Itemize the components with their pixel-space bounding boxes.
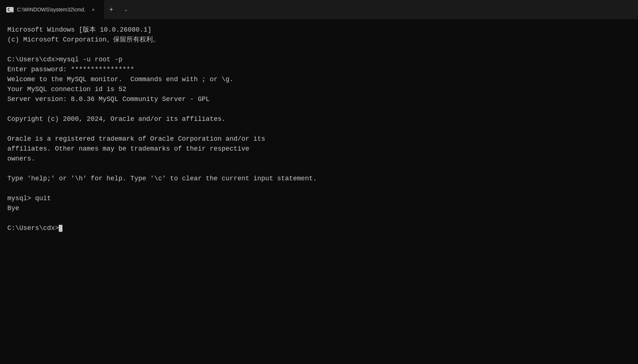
terminal-line: Bye: [7, 203, 631, 213]
new-tab-button[interactable]: +: [104, 2, 119, 17]
terminal-line: Oracle is a registered trademark of Orac…: [7, 134, 631, 144]
close-tab-button[interactable]: ×: [89, 6, 97, 14]
terminal-line: [7, 45, 631, 55]
terminal-line: mysql> quit: [7, 194, 631, 203]
terminal-line: Welcome to the MySQL monitor. Commands e…: [7, 75, 631, 84]
tab-title: C:\WINDOWS\system32\cmd.: [17, 7, 86, 12]
terminal-line: Your MySQL connection id is 52: [7, 84, 631, 94]
terminal-line: Type 'help;' or '\h' for help. Type '\c'…: [7, 174, 631, 184]
terminal-line: [7, 124, 631, 134]
terminal-line: [7, 213, 631, 223]
terminal-line: Server version: 8.0.36 MySQL Community S…: [7, 94, 631, 104]
terminal-line: owners.: [7, 154, 631, 164]
terminal-line: [7, 184, 631, 194]
titlebar: C_ C:\WINDOWS\system32\cmd. × + ⌄: [0, 0, 638, 19]
terminal-cursor: [59, 225, 62, 232]
terminal-line: affiliates. Other names may be trademark…: [7, 144, 631, 154]
active-tab[interactable]: C_ C:\WINDOWS\system32\cmd. ×: [0, 0, 104, 19]
terminal-line: C:\Users\cdx>mysql -u root -p: [7, 55, 631, 65]
terminal-line: (c) Microsoft Corporation。保留所有权利。: [7, 35, 631, 45]
terminal-line: [7, 104, 631, 114]
cmd-icon: C_: [7, 6, 13, 13]
terminal-line: Microsoft Windows [版本 10.0.26080.1]: [7, 25, 631, 35]
terminal-body: Microsoft Windows [版本 10.0.26080.1](c) M…: [0, 19, 638, 364]
terminal-line: Enter password: ****************: [7, 65, 631, 75]
tab-dropdown-button[interactable]: ⌄: [119, 2, 133, 17]
terminal-line: Copyright (c) 2000, 2024, Oracle and/or …: [7, 114, 631, 124]
terminal-line: C:\Users\cdx>: [7, 223, 631, 233]
terminal-line: [7, 164, 631, 174]
